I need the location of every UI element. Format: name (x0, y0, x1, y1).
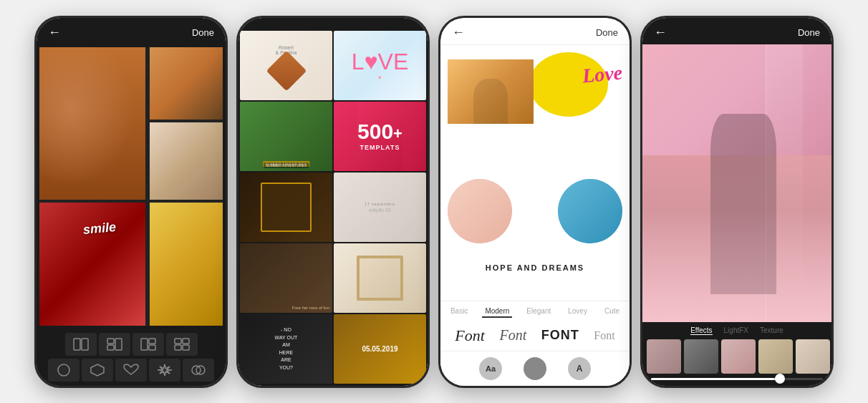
text-style-icon[interactable]: A (568, 357, 591, 380)
toolbar-row-1 (39, 333, 223, 356)
font-option-3[interactable]: FONT (541, 328, 579, 343)
phone-1-collage: ← Done smile (34, 16, 228, 388)
template-magazine[interactable]: 17 septembre edição 03 (334, 173, 426, 242)
font-option-2[interactable]: Font (499, 327, 526, 344)
svg-marker-14 (158, 364, 172, 376)
text-size-icon[interactable]: Aa (479, 357, 502, 380)
template-love-hearts[interactable]: L♥VE ♥ (334, 31, 426, 100)
phone-3-topbar: ← Done (440, 18, 630, 45)
template-food-fun[interactable]: Free her tons of fun (240, 243, 332, 313)
slider-fill (651, 378, 780, 380)
love-text: Love (582, 61, 624, 87)
svg-rect-7 (149, 345, 155, 350)
phone-3-done-button[interactable]: Done (596, 27, 618, 38)
effects-bottom-panel: Effects LightFX Texture (642, 322, 831, 386)
tab-texture[interactable]: Texture (760, 326, 783, 335)
effects-slider[interactable] (642, 374, 831, 383)
font-tab-elegant[interactable]: Elegant (524, 306, 554, 318)
effects-main-photo (642, 44, 831, 322)
template-gold-frame[interactable] (240, 173, 332, 242)
svg-rect-8 (175, 339, 181, 344)
effects-tabs: Effects LightFX Texture (642, 326, 831, 339)
font-tab-lovey[interactable]: Lovey (565, 306, 590, 318)
effects-content: Effects LightFX Texture (642, 44, 831, 386)
phone-1-screen: ← Done smile (37, 18, 226, 386)
tab-effects[interactable]: Effects (690, 326, 712, 335)
layout-rect-icon-2[interactable] (99, 333, 130, 356)
svg-point-12 (58, 364, 69, 376)
effects-thumbnails (642, 339, 831, 374)
phone-3-screen: ← Done Love (440, 18, 630, 386)
story-bottom-circle-right (558, 179, 622, 243)
phone-3-back-arrow[interactable]: ← (452, 25, 465, 40)
template-summer-jungle[interactable]: SUMMER ADVENTURES (240, 102, 332, 171)
phone-4-back-arrow[interactable]: ← (654, 25, 667, 40)
phone-1-back-arrow[interactable]: ← (48, 25, 61, 40)
phone-1-done-button[interactable]: Done (192, 27, 214, 38)
phone-4-effects: ← Done Effects (640, 16, 834, 388)
layout-double-circle-icon[interactable] (183, 359, 214, 382)
svg-rect-10 (175, 345, 181, 350)
svg-rect-6 (149, 339, 155, 344)
phone-4-screen: ← Done Effects (642, 18, 831, 386)
layout-heart-icon[interactable] (115, 359, 147, 382)
phone-2-screen: Robert& Paulina L♥VE ♥ SUMMER ADVENTURES (238, 18, 428, 386)
font-option-4[interactable]: Font (594, 329, 614, 342)
font-tab-cute[interactable]: Cute (602, 306, 622, 318)
svg-rect-11 (183, 345, 189, 350)
layout-rect-icon-1[interactable] (65, 333, 97, 356)
phone-2-topbar (238, 18, 428, 29)
collage-top-right-photo (150, 47, 223, 120)
smile-text: smile (83, 220, 117, 238)
layout-grid-icon[interactable] (166, 333, 198, 356)
font-tabs: Basic Modern Elegant Lovey Cute (440, 301, 630, 321)
phone-4-done-button[interactable]: Done (798, 27, 820, 38)
svg-rect-0 (74, 339, 80, 350)
svg-rect-9 (183, 339, 189, 344)
effect-thumb-3[interactable] (721, 339, 756, 374)
svg-rect-3 (115, 339, 122, 350)
collage-main-photo (39, 47, 145, 200)
phone-4-topbar: ← Done (642, 18, 831, 44)
svg-rect-1 (82, 339, 88, 350)
font-tab-modern[interactable]: Modern (482, 306, 512, 318)
template-couple-diamond[interactable]: Robert& Paulina (240, 31, 332, 100)
template-no-way-out[interactable]: - NOWAY OUTAMHEREAREYOU? (240, 314, 332, 384)
layout-circle-icon[interactable] (48, 359, 79, 382)
layout-hexagon-icon[interactable] (82, 359, 113, 382)
font-tab-basic[interactable]: Basic (448, 306, 471, 318)
svg-rect-2 (107, 339, 114, 344)
tab-lightfx[interactable]: LightFX (724, 326, 748, 335)
phone-1-topbar: ← Done (37, 18, 226, 44)
template-gold-date[interactable]: 05.05.2019 (334, 314, 426, 384)
template-500-plus[interactable]: 500+ TEMPLATS (334, 102, 426, 171)
collage-content: smile (37, 44, 226, 386)
effect-thumb-5[interactable] (796, 339, 830, 374)
templates-grid: Robert& Paulina L♥VE ♥ SUMMER ADVENTURES (238, 29, 428, 386)
font-option-1[interactable]: Font (455, 326, 485, 345)
hope-dreams-text: HOPE AND DREAMS (486, 263, 584, 272)
template-picture-frame[interactable] (334, 243, 426, 313)
font-options: Font Font FONT Font (440, 321, 630, 351)
story-content: Love HOPE AND DREAMS Basic Modern Elegan… (440, 45, 630, 386)
story-bottom-circle-left (448, 179, 512, 243)
story-canvas[interactable]: Love HOPE AND DREAMS (440, 45, 630, 301)
collage-toolbar (37, 329, 226, 386)
effect-thumb-2[interactable] (684, 339, 718, 374)
effect-thumb-1[interactable] (647, 339, 681, 374)
layout-rect-icon-3[interactable] (132, 333, 164, 356)
story-top-photo (448, 59, 534, 124)
slider-thumb[interactable] (775, 374, 785, 384)
toolbar-row-2 (39, 359, 223, 382)
collage-bottom-right-photo (150, 122, 223, 200)
collage-bottom-mid-photo (150, 203, 223, 325)
phone-3-story: ← Done Love (438, 16, 632, 388)
color-picker-icon[interactable] (524, 357, 546, 380)
svg-rect-5 (141, 339, 148, 350)
story-bottom-icons: Aa A (440, 351, 630, 386)
svg-marker-13 (91, 364, 104, 376)
phone-2-templates: Robert& Paulina L♥VE ♥ SUMMER ADVENTURES (236, 16, 430, 388)
effect-thumb-4[interactable] (758, 339, 793, 374)
collage-canvas[interactable]: smile (39, 47, 223, 326)
layout-burst-icon[interactable] (149, 359, 180, 382)
